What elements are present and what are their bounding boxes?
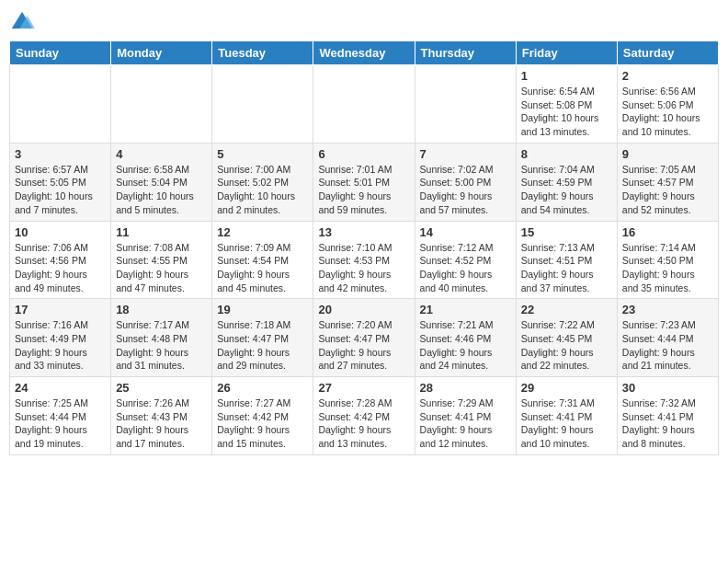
day-info: Sunrise: 7:12 AM Sunset: 4:52 PM Dayligh… [420,241,511,295]
day-number: 5 [217,147,308,161]
day-header-saturday: Saturday [617,41,718,65]
logo [9,9,39,35]
calendar-cell: 16Sunrise: 7:14 AM Sunset: 4:50 PM Dayli… [617,221,718,299]
day-header-sunday: Sunday [10,41,111,65]
calendar-cell: 25Sunrise: 7:26 AM Sunset: 4:43 PM Dayli… [111,377,212,455]
calendar-cell [10,65,111,144]
day-header-monday: Monday [111,41,212,65]
calendar-cell: 30Sunrise: 7:32 AM Sunset: 4:41 PM Dayli… [617,377,718,455]
calendar-week-row: 1Sunrise: 6:54 AM Sunset: 5:08 PM Daylig… [10,65,719,144]
day-info: Sunrise: 7:29 AM Sunset: 4:41 PM Dayligh… [420,396,511,451]
day-info: Sunrise: 7:32 AM Sunset: 4:41 PM Dayligh… [622,396,713,451]
day-number: 12 [217,225,308,239]
calendar-cell: 19Sunrise: 7:18 AM Sunset: 4:47 PM Dayli… [212,299,313,377]
calendar-cell [415,65,516,144]
day-info: Sunrise: 7:25 AM Sunset: 4:44 PM Dayligh… [15,396,106,451]
day-info: Sunrise: 7:31 AM Sunset: 4:41 PM Dayligh… [521,396,612,451]
day-info: Sunrise: 7:01 AM Sunset: 5:01 PM Dayligh… [318,163,409,217]
day-info: Sunrise: 7:06 AM Sunset: 4:56 PM Dayligh… [15,241,106,295]
day-info: Sunrise: 7:04 AM Sunset: 4:59 PM Dayligh… [521,163,612,217]
day-number: 29 [521,381,612,395]
day-number: 28 [420,381,511,395]
day-header-wednesday: Wednesday [313,41,415,65]
day-number: 23 [622,303,713,316]
day-info: Sunrise: 7:00 AM Sunset: 5:02 PM Dayligh… [217,163,308,217]
calendar-cell: 7Sunrise: 7:02 AM Sunset: 5:00 PM Daylig… [415,143,516,221]
calendar-cell: 23Sunrise: 7:23 AM Sunset: 4:44 PM Dayli… [617,299,718,377]
header [9,9,719,35]
day-info: Sunrise: 7:21 AM Sunset: 4:46 PM Dayligh… [420,318,511,373]
calendar-cell: 9Sunrise: 7:05 AM Sunset: 4:57 PM Daylig… [617,143,718,221]
calendar-cell: 24Sunrise: 7:25 AM Sunset: 4:44 PM Dayli… [10,377,111,455]
day-header-thursday: Thursday [415,41,516,65]
calendar-cell [111,65,212,144]
logo-icon [9,9,35,35]
calendar-cell: 3Sunrise: 6:57 AM Sunset: 5:05 PM Daylig… [10,143,111,221]
calendar-header-row: SundayMondayTuesdayWednesdayThursdayFrid… [10,41,719,65]
calendar-week-row: 10Sunrise: 7:06 AM Sunset: 4:56 PM Dayli… [10,221,719,299]
calendar-week-row: 17Sunrise: 7:16 AM Sunset: 4:49 PM Dayli… [10,299,719,377]
day-info: Sunrise: 7:26 AM Sunset: 4:43 PM Dayligh… [116,396,207,451]
day-number: 20 [318,303,409,316]
calendar-cell: 5Sunrise: 7:00 AM Sunset: 5:02 PM Daylig… [212,143,313,221]
day-number: 15 [521,225,612,239]
calendar-cell: 10Sunrise: 7:06 AM Sunset: 4:56 PM Dayli… [10,221,111,299]
day-number: 9 [622,147,713,161]
day-number: 11 [116,225,207,239]
day-number: 3 [15,147,106,161]
day-info: Sunrise: 7:27 AM Sunset: 4:42 PM Dayligh… [217,396,308,451]
day-header-tuesday: Tuesday [212,41,313,65]
day-info: Sunrise: 7:20 AM Sunset: 4:47 PM Dayligh… [318,318,409,373]
day-info: Sunrise: 6:56 AM Sunset: 5:06 PM Dayligh… [622,85,713,139]
day-info: Sunrise: 7:09 AM Sunset: 4:54 PM Dayligh… [217,241,308,295]
day-info: Sunrise: 7:23 AM Sunset: 4:44 PM Dayligh… [622,318,713,373]
calendar-cell [313,65,415,144]
calendar-cell: 14Sunrise: 7:12 AM Sunset: 4:52 PM Dayli… [415,221,516,299]
day-number: 18 [116,303,207,316]
day-info: Sunrise: 7:16 AM Sunset: 4:49 PM Dayligh… [15,318,106,373]
calendar-cell: 8Sunrise: 7:04 AM Sunset: 4:59 PM Daylig… [516,143,617,221]
calendar-cell: 15Sunrise: 7:13 AM Sunset: 4:51 PM Dayli… [516,221,617,299]
calendar-cell: 18Sunrise: 7:17 AM Sunset: 4:48 PM Dayli… [111,299,212,377]
day-info: Sunrise: 7:13 AM Sunset: 4:51 PM Dayligh… [521,241,612,295]
day-number: 27 [318,381,409,395]
day-number: 10 [15,225,106,239]
day-header-friday: Friday [516,41,617,65]
day-number: 8 [521,147,612,161]
calendar-week-row: 3Sunrise: 6:57 AM Sunset: 5:05 PM Daylig… [10,143,719,221]
calendar-cell: 20Sunrise: 7:20 AM Sunset: 4:47 PM Dayli… [313,299,415,377]
day-info: Sunrise: 6:54 AM Sunset: 5:08 PM Dayligh… [521,85,612,139]
day-info: Sunrise: 7:17 AM Sunset: 4:48 PM Dayligh… [116,318,207,373]
day-number: 19 [217,303,308,316]
calendar-cell: 21Sunrise: 7:21 AM Sunset: 4:46 PM Dayli… [415,299,516,377]
calendar-cell: 4Sunrise: 6:58 AM Sunset: 5:04 PM Daylig… [111,143,212,221]
day-number: 25 [116,381,207,395]
day-number: 7 [420,147,511,161]
calendar-cell: 17Sunrise: 7:16 AM Sunset: 4:49 PM Dayli… [10,299,111,377]
day-info: Sunrise: 7:10 AM Sunset: 4:53 PM Dayligh… [318,241,409,295]
day-info: Sunrise: 6:57 AM Sunset: 5:05 PM Dayligh… [15,163,106,217]
day-number: 2 [622,69,713,83]
day-number: 21 [420,303,511,316]
calendar-cell: 2Sunrise: 6:56 AM Sunset: 5:06 PM Daylig… [617,65,718,144]
day-info: Sunrise: 7:22 AM Sunset: 4:45 PM Dayligh… [521,318,612,373]
calendar-week-row: 24Sunrise: 7:25 AM Sunset: 4:44 PM Dayli… [10,377,719,455]
day-info: Sunrise: 7:08 AM Sunset: 4:55 PM Dayligh… [116,241,207,295]
calendar-cell: 28Sunrise: 7:29 AM Sunset: 4:41 PM Dayli… [415,377,516,455]
day-number: 26 [217,381,308,395]
day-number: 24 [15,381,106,395]
day-number: 1 [521,69,612,83]
calendar-cell: 26Sunrise: 7:27 AM Sunset: 4:42 PM Dayli… [212,377,313,455]
day-number: 6 [318,147,409,161]
day-number: 4 [116,147,207,161]
calendar-cell: 12Sunrise: 7:09 AM Sunset: 4:54 PM Dayli… [212,221,313,299]
day-info: Sunrise: 7:14 AM Sunset: 4:50 PM Dayligh… [622,241,713,295]
calendar-cell: 13Sunrise: 7:10 AM Sunset: 4:53 PM Dayli… [313,221,415,299]
calendar-cell [212,65,313,144]
day-number: 17 [15,303,106,316]
calendar-cell: 27Sunrise: 7:28 AM Sunset: 4:42 PM Dayli… [313,377,415,455]
calendar: SundayMondayTuesdayWednesdayThursdayFrid… [9,40,719,455]
day-info: Sunrise: 7:18 AM Sunset: 4:47 PM Dayligh… [217,318,308,373]
day-info: Sunrise: 7:05 AM Sunset: 4:57 PM Dayligh… [622,163,713,217]
day-number: 16 [622,225,713,239]
